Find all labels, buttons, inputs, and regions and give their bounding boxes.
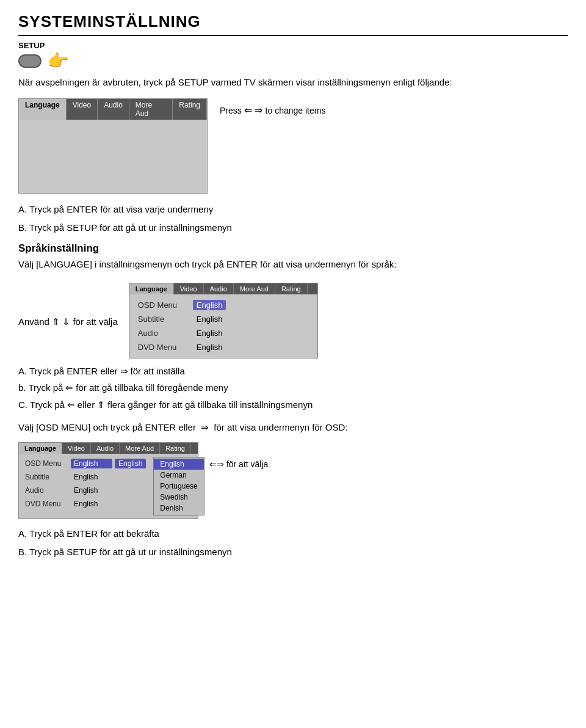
- osd-tab-rating: Rating: [160, 443, 191, 454]
- menu-tab-more-aud: More Aud: [129, 99, 173, 120]
- lang-row-audio: Audio English: [129, 326, 317, 340]
- dvd-menu-label: DVD Menu: [138, 343, 193, 352]
- steps-section: A. Tryck på ENTER eller ⇒ för att instäl…: [18, 365, 568, 412]
- step-c: C. Tryck på ⇐ eller ⇑ flera gånger för a…: [18, 398, 568, 412]
- anvand-label: Använd ⇑ ⇓ för att välja: [18, 283, 118, 327]
- main-menu-body: [19, 120, 207, 193]
- hand-pointer-icon: 👉: [48, 53, 69, 70]
- lang-tab-audio: Audio: [204, 283, 234, 294]
- osd-dropdown-portuguese: Portuguese: [154, 481, 203, 492]
- osd-row-dvd: DVD Menu English: [19, 497, 152, 511]
- right-arrow-icon: ⇒: [255, 105, 265, 115]
- arrow-lr-icon: ⇐⇒: [209, 459, 226, 469]
- intro-text: När avspelningen är avbruten, tryck på S…: [18, 76, 568, 90]
- osd-dvd-label: DVD Menu: [25, 500, 71, 508]
- osd-menu-value: English: [193, 300, 226, 310]
- osd-row-subtitle: Subtitle English: [19, 470, 152, 484]
- page-title: SYSTEMINSTÄLLNING: [18, 12, 568, 36]
- lang-tab-more-aud: More Aud: [234, 283, 275, 294]
- main-menu-mockup: Language Video Audio More Aud Rating: [18, 98, 208, 194]
- final-step-b: B. Tryck på SETUP för att gå ut ur instä…: [18, 545, 568, 559]
- osd-menu-body: OSD Menu English English Subtitle Englis…: [19, 454, 198, 519]
- osd-audio-label: Audio: [25, 486, 71, 495]
- audio-value: English: [193, 328, 226, 338]
- osd-row-audio: Audio English: [19, 484, 152, 497]
- press-label: Press ⇐ ⇒ to change items: [220, 104, 325, 116]
- down-arrow2-icon: ⇓: [62, 316, 73, 327]
- osd-dropdown-denish: Denish: [154, 503, 203, 514]
- step-b2-suffix: för att gå tillbaka till föregående meny: [76, 381, 228, 395]
- osd-tab-more-aud: More Aud: [120, 443, 160, 454]
- for-att-valja-label: ⇐⇒ för att välja: [209, 459, 268, 469]
- osd-val2-english: English: [115, 459, 146, 468]
- step-c-middle: eller: [78, 398, 95, 412]
- menu-tab-rating: Rating: [173, 99, 207, 120]
- step-c-suffix: flera gånger för att gå tillbaka till in…: [107, 398, 313, 412]
- change-items-text: to change items: [266, 106, 326, 115]
- dvd-menu-value: English: [193, 342, 226, 352]
- lang-menu: Language Video Audio More Aud Rating OSD…: [129, 283, 318, 359]
- lang-row-subtitle: Subtitle English: [129, 312, 317, 326]
- final-steps: A. Tryck på ENTER för att bekräfta B. Tr…: [18, 526, 568, 559]
- lang-menu-bar: Language Video Audio More Aud Rating: [129, 283, 317, 294]
- osd-tab-language: Language: [19, 443, 62, 454]
- osd-val1-english: English: [71, 459, 112, 468]
- step-a2: A. Tryck på ENTER eller ⇒ för att instäl…: [18, 365, 568, 379]
- osd-subtitle-val: English: [71, 472, 112, 482]
- osd-tab-video: Video: [62, 443, 91, 454]
- setup-label: SETUP: [18, 41, 568, 50]
- lang-tab-rating: Rating: [275, 283, 308, 294]
- lang-row-dvd: DVD Menu English: [129, 340, 317, 354]
- icon-row: 👉: [18, 53, 568, 70]
- left-arrow2-icon: ⇐: [65, 381, 73, 395]
- step-a-first: A. Tryck på ENTER för att visa varje und…: [18, 202, 568, 217]
- step-c-prefix: C. Tryck på: [18, 398, 65, 412]
- lang-tab-language: Language: [129, 283, 174, 294]
- final-step-a: A. Tryck på ENTER för att bekräfta: [18, 526, 568, 541]
- osd-dropdown: English German Portuguese Swedish Denish: [153, 457, 204, 515]
- press-text: Press: [220, 106, 242, 115]
- subtitle-value: English: [193, 314, 226, 324]
- osd-section: Välj [OSD MENU] och tryck på ENTER eller…: [18, 420, 568, 435]
- up-arrow2-icon: ⇑: [97, 398, 105, 412]
- step-b2: b. Tryck på ⇐ för att gå tillbaka till f…: [18, 381, 568, 395]
- right-arrow3-icon: ⇒: [201, 422, 209, 432]
- osd-row-osd-label: OSD Menu: [25, 459, 71, 468]
- osd-row-osd: OSD Menu English English: [19, 457, 152, 470]
- osd-dropdown-german: German: [154, 470, 203, 481]
- menu-tab-video: Video: [67, 99, 98, 120]
- step-a2-text: A. Tryck på ENTER eller: [18, 365, 118, 379]
- menu-tab-audio: Audio: [98, 99, 129, 120]
- left-arrow3-icon: ⇐: [67, 398, 75, 412]
- setup-button-icon: [18, 54, 42, 68]
- osd-submenu-wrap: Language Video Audio More Aud Rating OSD…: [18, 442, 568, 519]
- menu-tab-language: Language: [19, 99, 67, 120]
- osd-dropdown-english: English: [154, 459, 203, 470]
- step-b-first: B. Tryck på SETUP för att gå ut ur instä…: [18, 220, 568, 235]
- osd-menu-bar: Language Video Audio More Aud Rating: [19, 443, 198, 454]
- osd-audio-val: English: [71, 486, 112, 495]
- osd-menu: Language Video Audio More Aud Rating OSD…: [18, 442, 198, 519]
- step-b2-prefix: b. Tryck på: [18, 381, 63, 395]
- section-text: Välj [LANGUAGE] i inställningsmenyn och …: [18, 257, 568, 272]
- subtitle-label: Subtitle: [138, 315, 193, 324]
- lang-tab-video: Video: [174, 283, 204, 294]
- main-menu-bar: Language Video Audio More Aud Rating: [19, 99, 207, 120]
- lang-row-osd: OSD Menu English: [129, 298, 317, 312]
- osd-intro-text: Välj [OSD MENU] och tryck på ENTER eller…: [18, 420, 568, 435]
- left-arrow-icon: ⇐: [244, 105, 255, 115]
- osd-dropdown-swedish: Swedish: [154, 492, 203, 503]
- osd-dvd-val: English: [71, 499, 112, 509]
- up-arrow-icon: ⇑: [52, 316, 60, 327]
- step-a2-suffix: för att inställa: [131, 365, 185, 379]
- audio-label: Audio: [138, 329, 193, 338]
- osd-menu-label: OSD Menu: [138, 300, 193, 310]
- lang-menu-body: OSD Menu English Subtitle English Audio …: [129, 294, 317, 358]
- osd-subtitle-label: Subtitle: [25, 473, 71, 481]
- osd-tab-audio: Audio: [91, 443, 120, 454]
- lang-submenu-wrap: Använd ⇑ ⇓ för att välja Language Video …: [18, 283, 568, 359]
- right-arrow2-icon: ⇒: [120, 365, 128, 379]
- section-heading: Språkinställning: [18, 242, 568, 255]
